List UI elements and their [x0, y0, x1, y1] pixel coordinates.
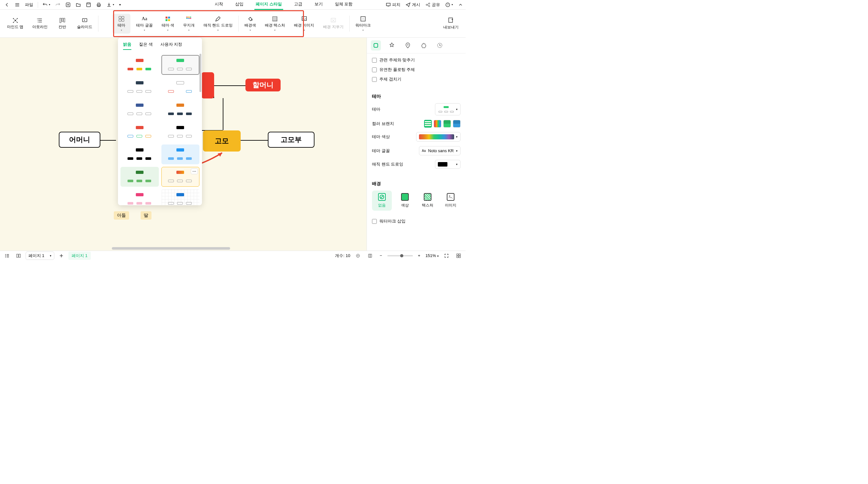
undo-button[interactable]: ▾	[40, 1, 52, 9]
node-son[interactable]: 아들	[114, 211, 129, 220]
tab-all-inclusive[interactable]: 일체 포함	[334, 0, 354, 10]
checkbox[interactable]	[372, 67, 377, 72]
file-menu[interactable]: 파일	[23, 1, 35, 9]
back-button[interactable]	[3, 1, 11, 9]
rp-tab-settings[interactable]	[418, 40, 429, 51]
tab-page-style[interactable]: 페이지 스타일	[254, 0, 283, 10]
watermark-button[interactable]: A 워터마크 ▾	[352, 14, 374, 34]
theme-tab-custom[interactable]: 사용자 지정	[160, 41, 183, 50]
menu-button[interactable]	[13, 1, 22, 9]
bg-color[interactable]: 색상	[395, 190, 415, 211]
page-dropdown[interactable]: 페이지 1▾	[26, 251, 54, 260]
bg-texture-button[interactable]: 배경 텍스처 ▾	[262, 14, 288, 34]
redo-button[interactable]	[53, 1, 62, 9]
magic-hand-button[interactable]: 매직 핸드 드로잉 ▾	[200, 14, 236, 34]
bg-image[interactable]: 이미지	[441, 190, 461, 211]
check-overlap-topics[interactable]: 주제 겹치기	[372, 77, 461, 82]
theme-item[interactable]	[121, 145, 159, 164]
theme-item[interactable]	[161, 145, 200, 164]
tab-view[interactable]: 보기	[313, 0, 324, 10]
theme-item[interactable]	[121, 122, 159, 142]
zoom-out-button[interactable]: −	[378, 252, 384, 259]
bg-none[interactable]: 없음	[372, 190, 392, 211]
more-button[interactable]: ▾	[117, 2, 123, 8]
view-outline[interactable]: 아웃라인	[29, 16, 51, 32]
collapse-ribbon-button[interactable]	[458, 2, 463, 7]
check-insert-watermark[interactable]: 워터마크 삽입	[372, 218, 461, 224]
bg-color-button[interactable]: 배경색 ▾	[241, 14, 259, 34]
theme-item[interactable]	[161, 122, 200, 142]
theme-item[interactable]	[121, 189, 159, 205]
checkbox[interactable]	[372, 77, 377, 82]
swatch[interactable]	[443, 120, 451, 127]
help-button[interactable]: ?▾	[445, 2, 453, 7]
node-grandmother[interactable]: 할머니	[245, 79, 281, 91]
node-aunt[interactable]: 고모	[203, 130, 241, 152]
export-button[interactable]: 내보내기	[440, 15, 462, 32]
theme-item-hover[interactable]: ⋯	[161, 167, 200, 187]
theme-font-select[interactable]: AaNoto sans KR▾	[419, 146, 461, 155]
node-red-block[interactable]	[202, 72, 214, 98]
theme-item[interactable]	[121, 55, 159, 75]
checkbox[interactable]	[372, 219, 377, 224]
more-icon[interactable]: ⋯	[191, 169, 198, 174]
magic-hand-select[interactable]: ▾	[435, 160, 461, 169]
view-slides[interactable]: 슬라이드	[74, 16, 96, 32]
node-uncle[interactable]: 고모부	[268, 132, 314, 148]
sb-target-button[interactable]	[353, 252, 363, 259]
rp-tab-location[interactable]	[403, 40, 413, 51]
theme-item-selected[interactable]	[161, 55, 200, 75]
theme-font-button[interactable]: Aa 테마 글꼴 ▾	[133, 14, 156, 34]
new-button[interactable]	[64, 1, 72, 9]
theme-tab-light[interactable]: 밝음	[123, 41, 131, 50]
node-daughter[interactable]: 딸	[141, 211, 152, 220]
bg-image-button[interactable]: 배경 이미지 ▾	[291, 14, 317, 34]
theme-color-button[interactable]: 테마 색 ▾	[158, 14, 177, 34]
bg-texture[interactable]: 텍스처	[418, 190, 438, 211]
share-button[interactable]: 공유	[425, 2, 440, 8]
rp-tab-style[interactable]	[371, 40, 381, 51]
theme-item[interactable]	[161, 100, 200, 120]
save-button[interactable]	[84, 1, 93, 9]
print-button[interactable]	[94, 1, 103, 9]
rainbow-button[interactable]: 무지개 ▾	[180, 14, 198, 34]
tab-start[interactable]: 시작	[214, 0, 224, 10]
export-dropdown[interactable]: ▾	[104, 1, 116, 9]
horizontal-scrollbar[interactable]	[112, 247, 230, 250]
node-mother[interactable]: 어머니	[59, 132, 100, 148]
zoom-slider[interactable]	[388, 255, 413, 256]
rp-tab-timer[interactable]	[435, 40, 445, 51]
check-align-related[interactable]: 관련 주제와 맞추기	[372, 57, 461, 63]
theme-preview-select[interactable]: ▾	[435, 103, 461, 115]
view-kanban[interactable]: 칸반	[53, 16, 71, 32]
scrollbar[interactable]	[199, 54, 202, 92]
check-flexible-floating[interactable]: 유연한 플로팅 주제	[372, 67, 461, 72]
fullscreen-button[interactable]	[442, 252, 451, 259]
sb-book-button[interactable]	[366, 252, 375, 259]
sb-more-button[interactable]	[454, 252, 463, 259]
theme-item[interactable]	[121, 78, 159, 97]
view-mindmap[interactable]: 마인드 맵	[4, 16, 27, 32]
sb-panel-button[interactable]	[14, 252, 23, 259]
rp-tab-ai[interactable]	[387, 40, 397, 51]
theme-color-select[interactable]: ▾	[416, 132, 461, 142]
publish-button[interactable]: 게시	[406, 2, 420, 8]
zoom-in-button[interactable]: +	[416, 252, 423, 259]
swatch[interactable]	[434, 120, 441, 127]
theme-item[interactable]	[121, 100, 159, 120]
swatch[interactable]	[424, 120, 432, 127]
sb-list-button[interactable]	[3, 252, 11, 259]
checkbox[interactable]	[372, 58, 377, 63]
open-button[interactable]	[74, 1, 83, 9]
tab-insert[interactable]: 삽입	[234, 0, 245, 10]
collapse-panel-button[interactable]: ›	[367, 39, 367, 52]
theme-button[interactable]: 테마 ▾	[113, 14, 130, 34]
theme-tab-dark[interactable]: 짙은 색	[139, 41, 153, 50]
theme-item[interactable]	[121, 167, 159, 187]
add-page-button[interactable]	[57, 252, 66, 259]
swatch[interactable]	[453, 120, 461, 127]
zoom-value[interactable]: 151% ▾	[425, 253, 439, 258]
pitch-button[interactable]: 피치	[386, 2, 400, 8]
zoom-knob[interactable]	[400, 254, 403, 258]
theme-item[interactable]	[161, 189, 200, 205]
